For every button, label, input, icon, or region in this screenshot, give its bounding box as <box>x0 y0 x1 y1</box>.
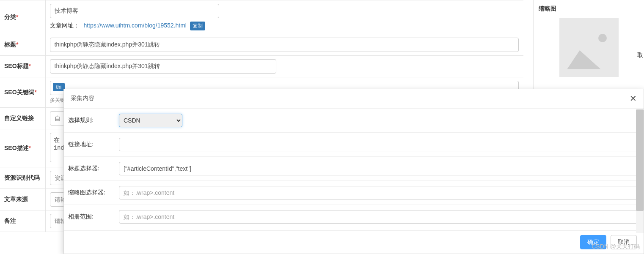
thumbnail-cancel[interactable]: 取 <box>637 52 643 59</box>
label-rule: 选择规则: <box>64 109 115 133</box>
title-selector-input[interactable] <box>119 162 639 175</box>
title-input[interactable] <box>50 38 519 52</box>
thumbnail-placeholder[interactable] <box>559 18 619 77</box>
cancel-button[interactable]: 取消 <box>611 235 637 249</box>
copy-button[interactable]: 复制 <box>190 22 205 30</box>
label-title: 标题* <box>0 34 45 56</box>
label-category: 分类* <box>0 0 45 34</box>
label-remark: 备注 <box>0 210 45 232</box>
label-thumb-selector: 缩略图选择器: <box>64 181 115 205</box>
article-url-line: 文章网址： https://www.uihtm.com/blog/19552.h… <box>50 22 520 30</box>
modal-scrollbar[interactable] <box>636 109 644 233</box>
label-res-code: 资源识别代码 <box>0 167 45 189</box>
label-seo-keywords: SEO关键词* <box>0 77 45 108</box>
label-custom-link: 自定义链接 <box>0 108 45 129</box>
keyword-tag[interactable]: thi <box>53 83 65 91</box>
category-input[interactable] <box>50 4 219 18</box>
seo-title-input[interactable] <box>50 59 276 74</box>
label-seo-title: SEO标题* <box>0 56 45 77</box>
image-icon <box>598 34 607 42</box>
label-link-url: 链接地址: <box>64 133 115 157</box>
label-source: 文章来源 <box>0 189 45 210</box>
thumb-selector-input[interactable] <box>119 186 639 199</box>
label-album-scope: 相册范围: <box>64 205 115 229</box>
label-title-selector: 标题选择器: <box>64 157 115 181</box>
collect-modal: 采集内容 ✕ 选择规则: CSDN 链接地址: 标题选择器: 缩略图 <box>63 89 644 254</box>
article-url-link[interactable]: https://www.uihtm.com/blog/19552.html <box>83 22 187 29</box>
thumbnail-heading: 缩略图 <box>539 5 639 13</box>
confirm-button[interactable]: 确定 <box>580 235 606 249</box>
modal-title: 采集内容 <box>71 95 94 102</box>
modal-form-table: 选择规则: CSDN 链接地址: 标题选择器: 缩略图选择器: 相 <box>64 108 644 229</box>
label-seo-desc: SEO描述* <box>0 129 45 167</box>
close-icon[interactable]: ✕ <box>630 94 637 103</box>
link-url-input[interactable] <box>119 138 639 151</box>
rule-select[interactable]: CSDN <box>119 114 182 127</box>
album-scope-input[interactable] <box>119 210 639 224</box>
